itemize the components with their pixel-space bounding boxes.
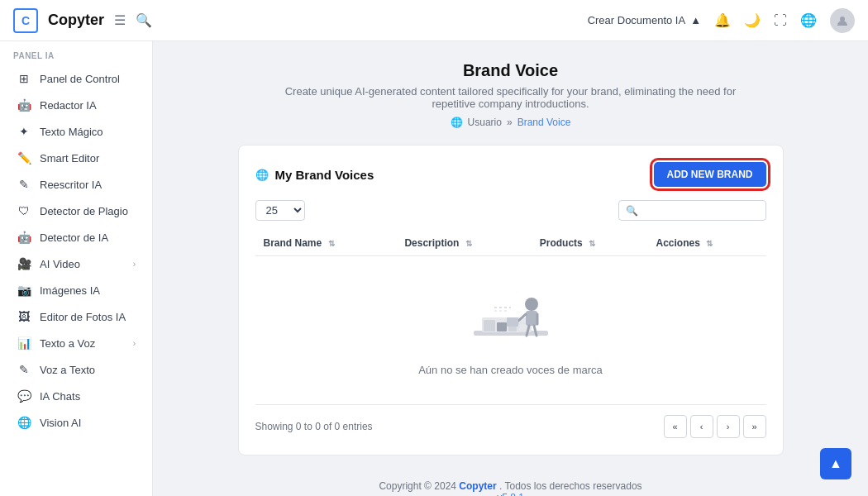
sidebar-item-texto-magico[interactable]: ✦ Texto Mágico — [3, 118, 149, 145]
brand-voices-card: 🌐 My Brand Voices ADD NEW BRAND 25 10 50… — [238, 145, 784, 455]
sidebar-label-detector-ia: Detector de IA — [40, 231, 136, 244]
tts-icon: 📊 — [17, 336, 31, 350]
sidebar-item-texto-a-voz[interactable]: 📊 Texto a Voz › — [3, 330, 149, 356]
sidebar-item-redactor-ia[interactable]: 🤖 Redactor IA — [3, 92, 149, 118]
sidebar-item-smart-editor[interactable]: ✏️ Smart Editor — [3, 145, 149, 171]
sidebar-label-ai-video: AI Video — [40, 258, 125, 270]
breadcrumb-current[interactable]: Brand Voice — [517, 117, 571, 128]
search-icon[interactable]: 🔍 — [136, 12, 152, 28]
svg-rect-3 — [484, 320, 495, 331]
empty-state: Aún no se han creado voces de marca — [255, 256, 766, 393]
footer-brand-link[interactable]: Copyter — [459, 480, 496, 492]
footer: Copyright © 2024 Copyter . Todos los der… — [369, 470, 651, 496]
crear-documento-button[interactable]: Crear Documento IA ▲ — [588, 14, 701, 26]
sidebar-label-editor-fotos-ia: Editor de Fotos IA — [40, 311, 136, 323]
sort-icon-products[interactable]: ⇅ — [589, 239, 595, 248]
chevron-right-icon-2: › — [133, 339, 136, 348]
grid-icon: ⊞ — [17, 72, 31, 85]
page-title: Brand Voice — [463, 61, 558, 80]
sidebar-item-editor-fotos-ia[interactable]: 🖼 Editor de Fotos IA — [3, 303, 149, 330]
pagination-last[interactable]: » — [743, 415, 766, 438]
sidebar-label-smart-editor: Smart Editor — [40, 152, 136, 165]
breadcrumb: 🌐 Usuario » Brand Voice — [451, 117, 571, 128]
scroll-top-icon: ▲ — [829, 456, 842, 471]
chevron-right-icon: › — [133, 260, 136, 269]
empty-illustration — [457, 281, 565, 364]
photo-editor-icon: 🖼 — [17, 310, 31, 323]
sort-icon-brand[interactable]: ⇅ — [328, 239, 335, 248]
sidebar-item-reescritor-ia[interactable]: ✎ Reescritor IA — [3, 171, 149, 198]
bell-icon[interactable]: 🔔 — [714, 12, 731, 28]
sidebar-label-vision-ai: Vision AI — [40, 417, 136, 429]
svg-rect-4 — [497, 322, 507, 331]
col-description: Description ⇅ — [396, 231, 531, 256]
footer-version: v5.8.1 — [379, 492, 641, 496]
sidebar-label-reescritor-ia: Reescritor IA — [40, 179, 136, 191]
sort-icon-acciones[interactable]: ⇅ — [706, 239, 713, 248]
crear-label: Crear Documento IA — [588, 14, 686, 26]
col-products: Products ⇅ — [532, 231, 648, 256]
fullscreen-icon[interactable]: ⛶ — [774, 13, 787, 28]
breadcrumb-separator: » — [507, 117, 513, 128]
sidebar-item-detector-plagio[interactable]: 🛡 Detector de Plagio — [3, 198, 149, 224]
logo-letter: C — [21, 14, 30, 27]
scroll-to-top-button[interactable]: ▲ — [820, 448, 851, 479]
svg-point-7 — [525, 298, 538, 311]
page-subtitle: Create unique AI-generated content tailo… — [263, 85, 759, 110]
sidebar-label-ia-chats: IA Chats — [40, 390, 136, 403]
chevron-up-icon: ▲ — [690, 14, 701, 26]
footer-copyright: Copyright © 2024 — [379, 480, 456, 492]
sidebar-item-vision-ai[interactable]: 🌐 Vision AI — [3, 409, 149, 436]
sidebar-label-detector-plagio: Detector de Plagio — [40, 205, 136, 217]
edit-icon: ✏️ — [17, 151, 31, 165]
breadcrumb-usuario[interactable]: Usuario — [468, 117, 502, 128]
breadcrumb-home-icon: 🌐 — [451, 117, 463, 128]
col-brand-name: Brand Name ⇅ — [255, 231, 397, 256]
sidebar-item-imagenes-ia[interactable]: 📷 Imágenes IA — [3, 277, 149, 303]
chat-icon: 💬 — [17, 389, 31, 403]
globe-icon[interactable]: 🌐 — [800, 12, 817, 28]
sidebar-label-panel-control: Panel de Control — [40, 73, 136, 85]
avatar[interactable] — [830, 8, 855, 33]
rewrite-icon: ✎ — [17, 178, 31, 191]
sidebar-item-ai-video[interactable]: 🎥 AI Video › — [3, 250, 149, 277]
card-header: 🌐 My Brand Voices ADD NEW BRAND — [255, 162, 766, 187]
card-title: My Brand Voices — [275, 168, 374, 182]
vision-icon: 🌐 — [17, 416, 31, 429]
sidebar-item-voz-a-texto[interactable]: ✎ Voz a Texto — [3, 356, 149, 383]
moon-icon[interactable]: 🌙 — [744, 12, 761, 28]
per-page-dropdown[interactable]: 25 10 50 100 — [255, 200, 305, 221]
menu-icon[interactable]: ☰ — [114, 12, 126, 28]
logo-box: C — [13, 8, 38, 33]
table-controls: 25 10 50 100 🔍 — [255, 200, 766, 221]
card-title-row: 🌐 My Brand Voices — [255, 168, 374, 182]
sidebar-label-redactor-ia: Redactor IA — [40, 99, 136, 112]
main-content: Brand Voice Create unique AI-generated c… — [153, 41, 868, 496]
sidebar-item-ia-chats[interactable]: 💬 IA Chats — [3, 383, 149, 409]
search-icon-table: 🔍 — [626, 205, 638, 217]
search-input[interactable] — [643, 204, 759, 217]
svg-rect-8 — [526, 311, 537, 326]
sidebar-item-panel-control[interactable]: ⊞ Panel de Control — [3, 65, 149, 92]
sidebar-label-voz-a-texto: Voz a Texto — [40, 364, 136, 376]
pagination-next[interactable]: › — [717, 415, 740, 438]
sidebar-item-detector-ia[interactable]: 🤖 Detector de IA — [3, 224, 149, 250]
pagination-prev[interactable]: ‹ — [690, 415, 713, 438]
user-icon — [836, 14, 849, 27]
sort-icon-description[interactable]: ⇅ — [465, 239, 472, 248]
sidebar-label-texto-magico: Texto Mágico — [40, 126, 136, 138]
logo-text: Copyter — [48, 12, 104, 29]
sidebar: PANEL IA ⊞ Panel de Control 🤖 Redactor I… — [0, 41, 153, 496]
robot-icon: 🤖 — [17, 98, 31, 112]
sidebar-section-label: PANEL IA — [0, 41, 152, 65]
sidebar-label-texto-a-voz: Texto a Voz — [40, 337, 125, 350]
add-new-brand-button[interactable]: ADD NEW BRAND — [654, 162, 766, 187]
footer-rights: . Todos los derechos reservados — [499, 480, 642, 492]
header-left: C Copyter ☰ 🔍 — [13, 8, 152, 33]
detector-icon: 🤖 — [17, 231, 31, 244]
header-right: Crear Documento IA ▲ 🔔 🌙 ⛶ 🌐 — [588, 8, 855, 33]
stt-icon: ✎ — [17, 363, 31, 376]
showing-text: Showing 0 to 0 of 0 entries — [255, 421, 373, 432]
search-box: 🔍 — [618, 200, 766, 221]
pagination-first[interactable]: « — [664, 415, 687, 438]
